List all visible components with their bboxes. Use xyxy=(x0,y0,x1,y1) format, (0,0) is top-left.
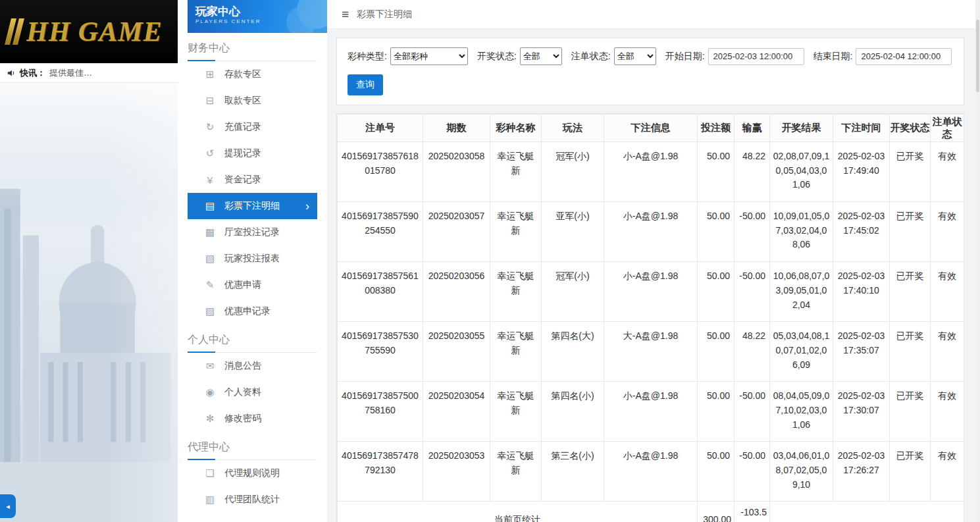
lottery-bet-details-icon: ▤ xyxy=(205,200,215,212)
cell-bet-info: 小-A盘@1.98 xyxy=(604,142,698,202)
cell-play-type: 亚军(小) xyxy=(542,202,604,262)
cell-play-type: 第四名(大) xyxy=(542,322,604,382)
cell-bet-time: 2025-02-03 17:45:02 xyxy=(833,202,890,262)
news-text: 提供最佳… xyxy=(49,67,92,79)
sidebar-item-agent-team-stats[interactable]: ▥代理团队统计 xyxy=(188,486,317,513)
cell-bet-amount: 50.00 xyxy=(698,382,735,442)
sidebar-item-label: 修改密码 xyxy=(224,413,261,425)
logo-text: HH GAME xyxy=(26,16,163,47)
sidebar-item-label: 厅室投注记录 xyxy=(224,226,280,238)
cell-order-id: 401569173857500758160 xyxy=(338,382,423,442)
site-logo[interactable]: HH GAME xyxy=(0,0,178,63)
menu-toggle-icon[interactable]: ≡ xyxy=(342,8,349,20)
table-row: 40156917385761801578020250203058幸运飞艇新冠军(… xyxy=(338,142,964,202)
cell-draw-status: 已开奖 xyxy=(890,202,931,262)
cell-lottery-name: 幸运飞艇新 xyxy=(490,442,542,502)
cell-bet-time: 2025-02-03 17:49:40 xyxy=(833,142,890,202)
sidebar-item-label: 取款专区 xyxy=(224,95,261,107)
scrollbar-thumb[interactable] xyxy=(976,20,979,92)
order-status-select[interactable]: 全部 xyxy=(614,47,656,65)
left-backdrop: HH GAME 快讯： 提供最佳… xyxy=(0,0,178,522)
cell-order-status: 有效 xyxy=(931,382,964,442)
cell-order-id: 401569173857561008380 xyxy=(338,262,423,322)
cell-win-loss: 48.22 xyxy=(735,142,770,202)
table-row: 40156917385759025455020250203057幸运飞艇新亚军(… xyxy=(338,202,964,262)
col-header-bet-info: 下注信息 xyxy=(604,115,698,142)
speaker-icon xyxy=(7,68,16,78)
cell-bet-amount: 50.00 xyxy=(698,202,735,262)
sidebar-item-deposit-zone[interactable]: ⊞存款专区 xyxy=(188,61,317,88)
sidebar-item-promo-apply[interactable]: ✎优惠申请 xyxy=(188,272,317,298)
table-row: 40156917385747879213020250203053幸运飞艇新第三名… xyxy=(338,442,964,502)
chevron-right-icon: › xyxy=(305,200,309,212)
cell-bet-info: 小-A盘@1.98 xyxy=(604,382,698,442)
withdraw-records-icon: ↺ xyxy=(205,147,215,159)
cell-draw-status: 已开奖 xyxy=(890,322,931,382)
table-row: 40156917385753075559020250203055幸运飞艇新第四名… xyxy=(338,322,964,382)
draw-status-select[interactable]: 全部 xyxy=(520,47,562,65)
col-header-draw-result: 开奖结果 xyxy=(770,115,833,142)
filter-panel: 彩种类型: 全部彩种 开奖状态: 全部 注单状态: 全部 开始日期: 结束日期:… xyxy=(336,38,964,105)
col-header-bet-time: 下注时间 xyxy=(833,115,890,142)
col-header-play-type: 玩法 xyxy=(542,115,604,142)
sidebar-item-profile[interactable]: ◉个人资料 xyxy=(188,379,317,405)
cell-draw-result: 10,09,01,05,07,03,02,04,08,06 xyxy=(770,202,833,262)
cell-order-id: 401569173857530755590 xyxy=(338,322,423,382)
summary-label: 当前页统计 xyxy=(338,502,698,522)
sidebar-item-label: 优惠申请 xyxy=(224,279,261,291)
end-date-label: 结束日期: xyxy=(813,51,853,63)
recharge-records-icon: ↻ xyxy=(205,121,215,133)
sidebar-item-announcements[interactable]: ✉消息公告 xyxy=(188,353,317,379)
col-header-issue: 期数 xyxy=(423,115,490,142)
announcements-icon: ✉ xyxy=(205,360,215,372)
cell-draw-status: 已开奖 xyxy=(890,142,931,202)
news-label: 快讯： xyxy=(20,67,45,79)
draw-status-label: 开奖状态: xyxy=(477,51,517,63)
player-bet-report-icon: ▧ xyxy=(205,253,215,265)
withdraw-zone-icon: ⊟ xyxy=(205,95,215,107)
cell-bet-time: 2025-02-03 17:26:27 xyxy=(833,442,890,502)
chat-widget-button[interactable]: ◂ xyxy=(0,494,16,518)
sidebar-item-hall-bet-records[interactable]: ▦厅室投注记录 xyxy=(188,219,317,246)
query-button[interactable]: 查询 xyxy=(348,74,383,95)
table-body: 40156917385761801578020250203058幸运飞艇新冠军(… xyxy=(338,142,964,522)
sidebar-item-recharge-records[interactable]: ↻充值记录 xyxy=(188,114,317,140)
cell-play-type: 第四名(小) xyxy=(542,382,604,442)
end-date-input[interactable] xyxy=(856,48,952,65)
start-date-input[interactable] xyxy=(708,48,804,65)
scrollbar[interactable] xyxy=(975,0,980,522)
agent-rules-icon: ❏ xyxy=(205,467,215,479)
cell-bet-time: 2025-02-03 17:30:07 xyxy=(833,382,890,442)
order-status-label: 注单状态: xyxy=(571,51,611,63)
sidebar-item-label: 消息公告 xyxy=(224,360,261,372)
cell-bet-time: 2025-02-03 17:40:10 xyxy=(833,262,890,322)
sidebar-item-promo-apply-records[interactable]: ▨优惠申记录 xyxy=(188,298,317,325)
cell-lottery-name: 幸运飞艇新 xyxy=(490,202,542,262)
sidebar-item-change-password[interactable]: ✻修改密码 xyxy=(188,405,317,432)
sidebar-item-player-bet-report[interactable]: ▧玩家投注报表 xyxy=(188,246,317,272)
sidebar-header: 玩家中心 PLAYERS CENTER xyxy=(188,0,327,33)
table-row: 40156917385750075816020250203054幸运飞艇新第四名… xyxy=(338,382,964,442)
profile-icon: ◉ xyxy=(205,386,215,398)
sidebar-item-agent-rules[interactable]: ❏代理规则说明 xyxy=(188,460,317,486)
table-header-row: 注单号期数彩种名称玩法下注信息投注额输赢开奖结果下注时间开奖状态注单状态 xyxy=(338,115,964,142)
start-date-label: 开始日期: xyxy=(665,51,705,63)
cell-issue: 20250203057 xyxy=(423,202,490,262)
main-area: ≡ 彩票下注明细 彩种类型: 全部彩种 开奖状态: 全部 注单状态: 全部 开始… xyxy=(327,0,980,522)
cell-draw-status: 已开奖 xyxy=(890,442,931,502)
sidebar-item-withdraw-zone[interactable]: ⊟取款专区 xyxy=(188,88,317,114)
lottery-type-select[interactable]: 全部彩种 xyxy=(390,47,468,65)
cell-bet-amount: 50.00 xyxy=(698,322,735,382)
sidebar-item-label: 玩家投注报表 xyxy=(224,253,280,265)
summary-bet-amount: 300.00 xyxy=(698,502,735,522)
cell-win-loss: -50.00 xyxy=(735,262,770,322)
sidebar-item-lottery-bet-details[interactable]: ▤彩票下注明细› xyxy=(188,193,317,219)
change-password-icon: ✻ xyxy=(205,413,215,425)
hall-bet-records-icon: ▦ xyxy=(205,226,215,238)
sidebar-item-fund-records[interactable]: ¥资金记录 xyxy=(188,167,317,193)
cell-issue: 20250203056 xyxy=(423,262,490,322)
cell-win-loss: -50.00 xyxy=(735,382,770,442)
sidebar-item-withdraw-records[interactable]: ↺提现记录 xyxy=(188,140,317,167)
cell-draw-result: 02,08,07,09,10,05,04,03,01,06 xyxy=(770,142,833,202)
capitol-illustration xyxy=(0,149,178,522)
